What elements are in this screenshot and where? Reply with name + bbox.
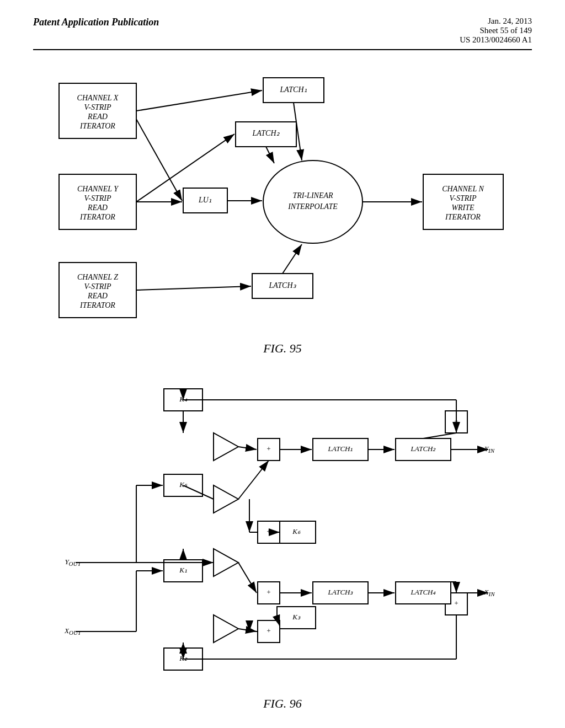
svg-text:V-STRIP: V-STRIP: [84, 282, 111, 291]
svg-line-104: [238, 563, 257, 593]
header-info: Jan. 24, 2013 Sheet 55 of 149 US 2013/00…: [460, 17, 532, 45]
svg-text:+: +: [266, 588, 271, 596]
svg-marker-57: [214, 485, 238, 513]
fig96-diagram: K₄ K₅ K₆ K₁ K₃ K₂: [42, 378, 523, 687]
sheet-info: Sheet 55 of 149: [460, 26, 532, 35]
svg-text:V-STRIP: V-STRIP: [84, 103, 111, 111]
svg-text:LATCH₂: LATCH₂: [252, 129, 279, 137]
fig95-caption: FIG. 95: [33, 341, 532, 356]
svg-line-91: [423, 433, 456, 438]
svg-text:LATCH₁: LATCH₁: [328, 445, 353, 453]
svg-line-85: [238, 447, 257, 449]
page-header: Patent Application Publication Jan. 24, …: [33, 17, 532, 50]
svg-text:+: +: [266, 445, 271, 453]
svg-text:READ: READ: [87, 292, 108, 300]
svg-text:LATCH₂: LATCH₂: [411, 445, 436, 453]
svg-text:ITERATOR: ITERATOR: [445, 213, 481, 221]
svg-text:LATCH₁: LATCH₁: [279, 85, 307, 94]
svg-line-33: [136, 119, 182, 201]
publication-title: Patent Application Publication: [33, 17, 159, 28]
patent-number: US 2013/0024660 A1: [460, 35, 532, 45]
svg-text:CHANNEL X: CHANNEL X: [77, 94, 119, 102]
svg-text:ITERATOR: ITERATOR: [79, 122, 115, 130]
fig96-caption: FIG. 96: [33, 697, 532, 711]
svg-text:INTERPOLATE: INTERPOLATE: [287, 202, 338, 211]
svg-marker-58: [214, 549, 238, 576]
svg-line-32: [136, 90, 262, 111]
svg-text:LATCH₃: LATCH₃: [328, 588, 354, 596]
svg-text:LATCH₄: LATCH₄: [411, 588, 436, 596]
svg-marker-56: [214, 433, 238, 461]
svg-text:READ: READ: [87, 113, 108, 121]
svg-point-22: [263, 160, 363, 243]
svg-text:+: +: [266, 527, 271, 536]
svg-text:+: +: [454, 599, 459, 607]
svg-marker-59: [214, 615, 238, 643]
svg-line-87: [238, 461, 269, 499]
svg-text:K₆: K₆: [292, 527, 301, 536]
svg-text:ITERATOR: ITERATOR: [79, 213, 115, 221]
svg-text:ITERATOR: ITERATOR: [79, 301, 115, 309]
svg-text:V-STRIP: V-STRIP: [84, 194, 111, 202]
svg-line-39: [266, 147, 274, 163]
svg-text:LU₁: LU₁: [198, 196, 212, 204]
svg-text:WRITE: WRITE: [451, 204, 475, 212]
page: Patent Application Publication Jan. 24, …: [0, 0, 565, 728]
svg-text:V-STRIP: V-STRIP: [450, 194, 477, 202]
svg-text:CHANNEL Y: CHANNEL Y: [77, 185, 119, 193]
svg-line-40: [282, 244, 302, 274]
svg-text:K₅: K₅: [179, 480, 188, 489]
svg-text:K₁: K₁: [179, 566, 187, 574]
svg-text:READ: READ: [87, 204, 108, 212]
svg-text:+: +: [266, 627, 271, 635]
pub-date: Jan. 24, 2013: [460, 17, 532, 26]
svg-text:CHANNEL N: CHANNEL N: [442, 185, 484, 193]
svg-text:LATCH₃: LATCH₃: [268, 281, 296, 290]
fig95-diagram: CHANNEL X V-STRIP READ ITERATOR CHANNEL …: [42, 67, 523, 331]
svg-text:CHANNEL Z: CHANNEL Z: [77, 273, 118, 281]
svg-text:TRI-LINEAR: TRI-LINEAR: [292, 191, 333, 200]
svg-line-36: [136, 286, 251, 290]
svg-text:K₃: K₃: [292, 613, 301, 621]
fig96-section: K₄ K₅ K₆ K₁ K₃ K₂: [33, 378, 532, 711]
fig95-section: CHANNEL X V-STRIP READ ITERATOR CHANNEL …: [33, 67, 532, 356]
